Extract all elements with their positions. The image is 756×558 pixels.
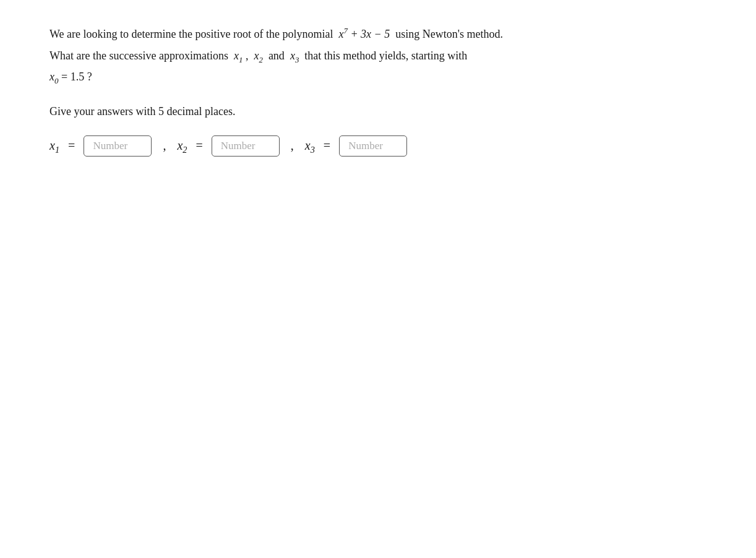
- line1-after: using Newton's method.: [395, 28, 503, 40]
- x2-equals: =: [195, 139, 202, 153]
- x2-input[interactable]: [212, 135, 280, 157]
- x3-label-text: x3: [290, 49, 299, 62]
- problem-line-1: We are looking to determine the positive…: [49, 25, 631, 44]
- x1-answer-label: x1: [49, 139, 59, 153]
- answer-group-x3: x3 =: [305, 135, 407, 157]
- problem-text: We are looking to determine the positive…: [49, 25, 631, 87]
- main-content: We are looking to determine the positive…: [0, 0, 681, 181]
- x1-input[interactable]: [84, 135, 152, 157]
- separator-1: ,: [163, 139, 166, 153]
- x1-equals: =: [68, 139, 75, 153]
- x2-answer-label: x2: [177, 139, 187, 153]
- line2-after: that this method yields, starting with: [304, 49, 467, 62]
- x2-label-text: x2: [254, 49, 262, 62]
- polynomial: x7 + 3x − 5: [338, 28, 390, 40]
- problem-line-2: What are the successive approximations x…: [49, 46, 631, 66]
- separator-2: ,: [291, 139, 294, 153]
- x0-equals: = 1.5 ?: [61, 71, 92, 83]
- answer-row: x1 = , x2 = , x3 =: [49, 135, 631, 157]
- x3-input[interactable]: [339, 135, 407, 157]
- x3-equals: =: [324, 139, 330, 153]
- line2-before: What are the successive approximations: [49, 49, 228, 62]
- x3-answer-label: x3: [305, 139, 315, 153]
- problem-line-3: x0 = 1.5 ?: [49, 67, 631, 87]
- answer-group-x2: x2 =: [177, 135, 279, 157]
- instructions: Give your answers with 5 decimal places.: [49, 105, 631, 118]
- x0-equation: x0: [49, 71, 58, 83]
- line1-before: We are looking to determine the positive…: [49, 28, 333, 40]
- instructions-text: Give your answers with 5 decimal places.: [49, 105, 235, 118]
- and-text: and: [268, 49, 285, 62]
- answer-group-x1: x1 =: [49, 135, 152, 157]
- x1-label-text: x1: [234, 49, 243, 62]
